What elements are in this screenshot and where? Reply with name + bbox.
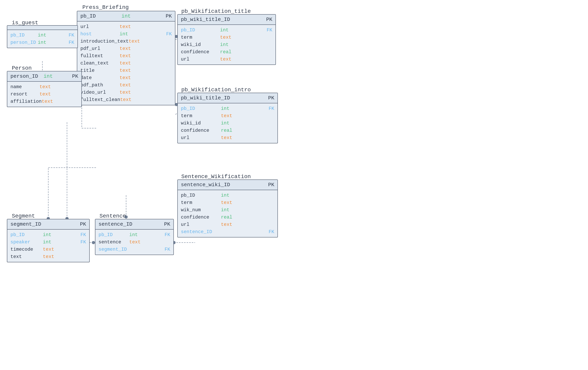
table-row: term text	[178, 199, 277, 206]
sentence-header: sentence_ID PK	[95, 219, 173, 229]
pb-id-col-type: int	[111, 13, 141, 19]
table-row: timecode text	[7, 246, 89, 253]
table-row: speaker int FK	[7, 239, 89, 246]
table-row: pb_ID int FK	[178, 26, 275, 34]
press-briefing-header: pb_ID int PK	[77, 11, 175, 22]
table-row: wik_num int	[178, 206, 277, 214]
table-row: title text	[77, 67, 175, 74]
table-row: video_url text	[77, 89, 175, 96]
table-row: text text	[7, 253, 89, 260]
press-briefing-table: pb_ID int PK url text host int FK introd…	[77, 11, 175, 105]
table-row: sentence_ID FK	[178, 228, 277, 236]
table-row: fulltext_clean text	[77, 96, 175, 103]
pb-id-col-name: pb_ID	[80, 13, 111, 19]
table-row: pdf_path text	[77, 81, 175, 89]
person-title: Person	[12, 65, 32, 71]
pb-wiki-intro-title: pb_Wikification_intro	[181, 87, 251, 93]
person-header: person_ID int PK	[7, 71, 81, 82]
table-row: name text	[7, 83, 81, 90]
table-row: pb_ID int	[178, 192, 277, 199]
table-row: person_ID int FK	[7, 39, 77, 46]
table-row: pb_ID int FK	[178, 105, 277, 112]
table-row: wiki_id int	[178, 120, 277, 127]
table-row: clean_text text	[77, 60, 175, 67]
table-row: term text	[178, 34, 275, 41]
sentence-title: Sentence	[100, 213, 126, 219]
segment-header: segment_ID PK	[7, 219, 89, 229]
table-row: host int FK	[77, 30, 175, 38]
table-row: url text	[178, 221, 277, 228]
press-briefing-body: url text host int FK introduction_text t…	[77, 22, 175, 105]
is-guest-body: pb_ID int FK person_ID int FK	[7, 30, 77, 48]
segment-table: segment_ID PK pb_ID int FK speaker int F…	[7, 219, 90, 262]
pb-wiki-title-header: pb_wiki_title_ID PK	[178, 15, 275, 25]
table-row: term text	[178, 112, 277, 120]
pb-wiki-intro-table: pb_wiki_title_ID PK pb_ID int FK term te…	[177, 93, 278, 143]
pb-id-col-key: PK	[141, 13, 172, 19]
table-row: url text	[178, 56, 275, 63]
pb-wiki-intro-header: pb_wiki_title_ID PK	[178, 93, 277, 103]
press-briefing-title: Press_Briefing	[82, 4, 129, 11]
sentence-wiki-title: Sentence_Wikification	[181, 174, 251, 180]
table-row: fulltext text	[77, 52, 175, 60]
pb-wiki-intro-body: pb_ID int FK term text wiki_id int confi…	[178, 103, 277, 143]
pb-wiki-title-title: pb_Wikification_title	[181, 8, 251, 14]
table-row: affiliation text	[7, 98, 81, 105]
is-guest-header	[7, 26, 77, 30]
table-row: pb_ID int FK	[7, 32, 77, 39]
person-body: name text resort text affiliation text	[7, 82, 81, 107]
table-row: segment_ID FK	[95, 246, 173, 253]
is-guest-table: pb_ID int FK person_ID int FK	[7, 25, 78, 48]
table-row: confidence real	[178, 127, 277, 134]
table-row: pb_ID int FK	[7, 231, 89, 239]
table-row: resort text	[7, 90, 81, 98]
pb-wiki-title-table: pb_wiki_title_ID PK pb_ID int FK term te…	[177, 14, 276, 65]
segment-title: Segment	[12, 213, 35, 219]
segment-body: pb_ID int FK speaker int FK timecode tex…	[7, 229, 89, 262]
table-row: confidence real	[178, 48, 275, 56]
table-row: url text	[77, 23, 175, 30]
sentence-wiki-body: pb_ID int term text wik_num int confiden…	[178, 190, 277, 237]
table-row: pdf_url text	[77, 45, 175, 52]
table-row: wiki_id int	[178, 41, 275, 48]
table-row: confidence real	[178, 214, 277, 221]
person-table: person_ID int PK name text resort text a…	[7, 71, 82, 107]
table-row: url text	[178, 134, 277, 141]
sentence-table: sentence_ID PK pb_ID int FK sentence tex…	[95, 219, 174, 255]
pb-wiki-title-body: pb_ID int FK term text wiki_id int confi…	[178, 25, 275, 65]
table-row: date text	[77, 74, 175, 81]
svg-point-17	[92, 241, 95, 244]
sentence-wiki-header: sentence_wiki_ID PK	[178, 180, 277, 190]
sentence-body: pb_ID int FK sentence text segment_ID FK	[95, 229, 173, 255]
sentence-wiki-table: sentence_wiki_ID PK pb_ID int term text …	[177, 179, 278, 238]
table-row: introduction_text text	[77, 38, 175, 45]
is-guest-title: is_guest	[12, 20, 38, 26]
table-row: sentence text	[95, 239, 173, 246]
table-row: pb_ID int FK	[95, 231, 173, 239]
